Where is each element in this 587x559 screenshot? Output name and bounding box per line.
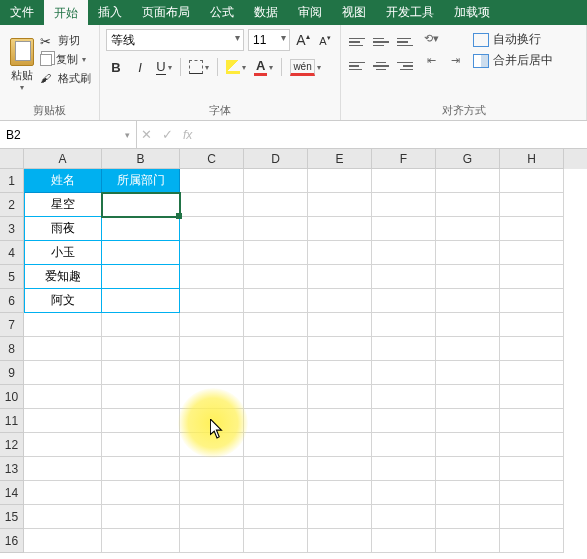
cell[interactable]	[102, 193, 180, 217]
cell[interactable]	[24, 481, 102, 505]
decrease-indent-button[interactable]: ⇤	[421, 51, 441, 69]
row-header[interactable]: 6	[0, 289, 24, 313]
cell[interactable]	[308, 241, 372, 265]
cell[interactable]	[180, 217, 244, 241]
cell[interactable]	[436, 505, 500, 529]
cell[interactable]	[308, 337, 372, 361]
cell[interactable]	[102, 313, 180, 337]
grow-font-button[interactable]: A▴	[294, 31, 312, 49]
cell[interactable]	[436, 385, 500, 409]
cell[interactable]	[372, 529, 436, 553]
row-header[interactable]: 8	[0, 337, 24, 361]
cell[interactable]	[308, 409, 372, 433]
col-header-H[interactable]: H	[500, 149, 564, 169]
cell[interactable]	[436, 265, 500, 289]
cell[interactable]	[244, 529, 308, 553]
row-header[interactable]: 7	[0, 313, 24, 337]
align-right-button[interactable]	[395, 57, 415, 75]
cell[interactable]	[500, 169, 564, 193]
cell[interactable]	[180, 457, 244, 481]
cell[interactable]	[372, 313, 436, 337]
cell[interactable]	[244, 337, 308, 361]
tab-review[interactable]: 审阅	[288, 0, 332, 25]
wrap-text-button[interactable]: 自动换行	[473, 29, 553, 50]
cell[interactable]	[244, 217, 308, 241]
cell[interactable]	[308, 193, 372, 217]
row-header[interactable]: 2	[0, 193, 24, 217]
cell[interactable]	[24, 337, 102, 361]
cell[interactable]	[244, 457, 308, 481]
cell[interactable]	[436, 289, 500, 313]
cell[interactable]	[24, 433, 102, 457]
cell[interactable]: 小玉	[24, 241, 102, 265]
cell[interactable]	[102, 265, 180, 289]
row-header[interactable]: 11	[0, 409, 24, 433]
align-middle-button[interactable]	[371, 33, 391, 51]
cell[interactable]	[102, 457, 180, 481]
col-header-G[interactable]: G	[436, 149, 500, 169]
cell[interactable]	[308, 433, 372, 457]
cell[interactable]	[102, 337, 180, 361]
cell[interactable]	[180, 385, 244, 409]
cell[interactable]	[180, 433, 244, 457]
cell[interactable]	[436, 433, 500, 457]
cell[interactable]	[244, 409, 308, 433]
cell[interactable]	[308, 385, 372, 409]
cell[interactable]	[436, 169, 500, 193]
cell[interactable]	[500, 409, 564, 433]
cell[interactable]	[24, 313, 102, 337]
cell[interactable]	[102, 217, 180, 241]
cell[interactable]	[372, 337, 436, 361]
cell[interactable]	[372, 409, 436, 433]
cell[interactable]	[102, 241, 180, 265]
cell[interactable]	[180, 241, 244, 265]
align-top-button[interactable]	[347, 33, 367, 51]
name-box[interactable]: B2	[0, 121, 137, 148]
cell[interactable]	[180, 337, 244, 361]
cell[interactable]	[500, 433, 564, 457]
row-header[interactable]: 4	[0, 241, 24, 265]
row-header[interactable]: 9	[0, 361, 24, 385]
cell[interactable]	[24, 505, 102, 529]
check-icon[interactable]: ✓	[162, 127, 173, 142]
cell[interactable]	[372, 289, 436, 313]
underline-button[interactable]: U▾	[154, 57, 174, 77]
cell[interactable]	[500, 505, 564, 529]
cell[interactable]	[308, 505, 372, 529]
orientation-button[interactable]: ⟲▾	[421, 29, 441, 47]
cell[interactable]	[102, 433, 180, 457]
cell[interactable]	[180, 169, 244, 193]
row-header[interactable]: 15	[0, 505, 24, 529]
cell[interactable]	[372, 169, 436, 193]
cell[interactable]	[372, 433, 436, 457]
cell[interactable]	[436, 241, 500, 265]
cell[interactable]	[436, 337, 500, 361]
cell[interactable]	[436, 193, 500, 217]
cell[interactable]	[372, 217, 436, 241]
cell[interactable]	[244, 169, 308, 193]
cell[interactable]	[102, 361, 180, 385]
cell[interactable]	[102, 385, 180, 409]
cell[interactable]	[180, 289, 244, 313]
cell[interactable]	[244, 265, 308, 289]
cell[interactable]	[102, 529, 180, 553]
cell[interactable]: 爱知趣	[24, 265, 102, 289]
cell[interactable]	[308, 217, 372, 241]
cell[interactable]	[180, 505, 244, 529]
cell[interactable]	[180, 361, 244, 385]
cell[interactable]	[102, 481, 180, 505]
cell[interactable]	[180, 265, 244, 289]
cell[interactable]	[24, 409, 102, 433]
shrink-font-button[interactable]: A▾	[316, 31, 334, 49]
cell[interactable]	[436, 217, 500, 241]
cell[interactable]	[436, 313, 500, 337]
bold-button[interactable]: B	[106, 57, 126, 77]
italic-button[interactable]: I	[130, 57, 150, 77]
cell[interactable]	[244, 385, 308, 409]
col-header-B[interactable]: B	[102, 149, 180, 169]
cell[interactable]	[372, 241, 436, 265]
fx-button[interactable]: fx	[183, 128, 192, 142]
select-all-corner[interactable]	[0, 149, 24, 169]
align-center-button[interactable]	[371, 57, 391, 75]
cell[interactable]	[244, 361, 308, 385]
